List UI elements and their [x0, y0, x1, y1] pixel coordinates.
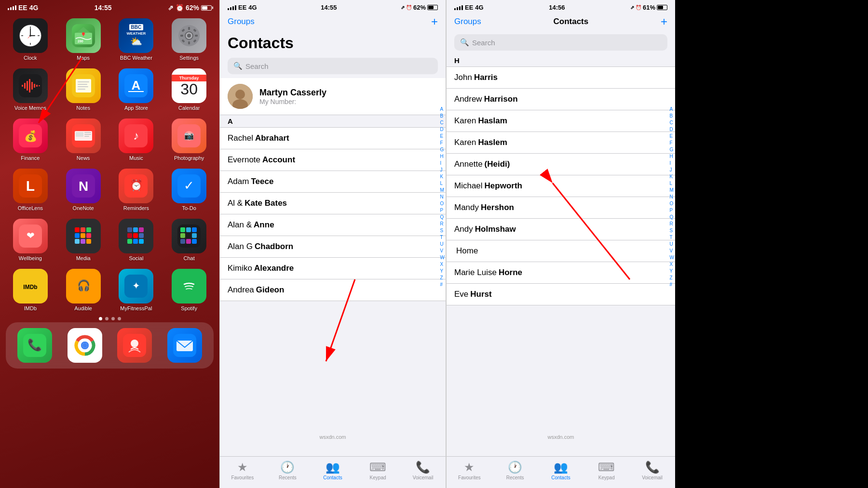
location-icon: ⇗ — [168, 4, 174, 12]
my-contact-row[interactable]: Martyn Casserly My Number: — [220, 78, 446, 115]
contact-hepworth[interactable]: Michael Hepworth — [447, 175, 675, 197]
app-clock[interactable]: Clock — [8, 18, 53, 61]
contact-haslem[interactable]: Karen Haslem — [447, 132, 675, 154]
alphabet-index-p3[interactable]: A B C D E F G H I J K L M N O P Q R S T … — [670, 106, 674, 288]
search-bar-p2[interactable]: 🔍 Search — [228, 58, 438, 74]
groups-link[interactable]: Groups — [228, 17, 255, 26]
finance-label: Finance — [21, 155, 40, 161]
add-contact-button-p3[interactable]: + — [661, 15, 667, 28]
app-todo[interactable]: ✓ To-Do — [166, 169, 212, 211]
svg-rect-96 — [192, 239, 197, 244]
tab-recents-p2[interactable]: 🕐 Recents — [273, 461, 302, 480]
tab-favourites-p2[interactable]: ★ Favourites — [228, 461, 257, 480]
svg-rect-87 — [139, 239, 144, 244]
dock-chrome[interactable] — [64, 328, 106, 363]
tab-recents-p3[interactable]: 🕐 Recents — [501, 461, 529, 480]
dock-phone[interactable]: 📞 — [14, 328, 56, 363]
section-header-a: A — [220, 115, 446, 128]
watermark-p2: wsxdn.com — [319, 434, 346, 440]
app-bbc-weather[interactable]: BBC WEATHER ⛅ BBC Weather — [114, 18, 159, 61]
tab-keypad-p2[interactable]: ⌨ Keypad — [364, 461, 393, 480]
svg-text:⏰: ⏰ — [130, 179, 143, 192]
app-audible[interactable]: 🎧 Audible — [61, 269, 106, 311]
app-music[interactable]: ♪ Music — [114, 119, 159, 161]
maps-label: Maps — [77, 55, 90, 61]
svg-text:IMDb: IMDb — [23, 284, 37, 290]
search-bar-p3[interactable]: 🔍 Search — [454, 34, 667, 51]
add-contact-button[interactable]: + — [431, 15, 438, 28]
media-icon — [66, 219, 101, 253]
music-label: Music — [129, 155, 143, 161]
bbc-weather-icon: BBC WEATHER ⛅ — [119, 18, 153, 53]
app-finance[interactable]: 💰 Finance — [8, 119, 53, 161]
battery-icon-p2 — [427, 5, 438, 10]
groups-link-p3[interactable]: Groups — [454, 17, 481, 26]
tab-contacts-p2[interactable]: 👥 Contacts — [318, 461, 347, 480]
app-officelens[interactable]: L OfficeLens — [8, 169, 53, 211]
app-settings[interactable]: Settings — [166, 18, 212, 61]
phone2-contacts: EE 4G 14:55 ⇗ ⏰ 62% Groups + Contacts 🔍 … — [219, 0, 446, 488]
contact-account[interactable]: Evernote Account — [220, 149, 446, 171]
contact-hurst[interactable]: Eve Hurst — [447, 284, 675, 305]
app-chat[interactable]: Chat — [166, 219, 212, 261]
contact-abrahart[interactable]: Rachel Abrahart — [220, 128, 446, 149]
tab-contacts-p3[interactable]: 👥 Contacts — [546, 461, 575, 480]
app-spotify[interactable]: Spotify — [166, 269, 212, 311]
contact-alan-anne[interactable]: Alan & Anne — [220, 214, 446, 236]
svg-rect-28 — [24, 83, 26, 89]
app-photography[interactable]: 📷 Photography — [166, 119, 212, 161]
app-news[interactable]: News — [61, 119, 106, 161]
contact-alexandre[interactable]: Kimiko Alexandre — [220, 258, 446, 279]
app-media[interactable]: Media — [61, 219, 106, 261]
app-reminders[interactable]: ⏰ Reminders — [114, 169, 159, 211]
contact-haslam[interactable]: Karen Haslam — [447, 110, 675, 132]
finance-icon: 💰 — [13, 119, 48, 153]
tab-bar-p2: ★ Favourites 🕐 Recents 👥 Contacts ⌨ Keyp… — [220, 456, 446, 488]
app-maps[interactable]: 280 Maps — [61, 18, 106, 61]
tab-bar-p3: ★ Favourites 🕐 Recents 👥 Contacts ⌨ Keyp… — [447, 456, 675, 488]
contact-last: Abrahart — [255, 133, 289, 143]
app-wellbeing[interactable]: ❤ Wellbeing — [8, 219, 53, 261]
dock-castaway[interactable] — [114, 328, 156, 363]
tab-favourites-p3[interactable]: ★ Favourites — [455, 461, 484, 480]
sb2 — [230, 7, 231, 10]
app-notes[interactable]: Notes — [61, 68, 106, 111]
contact-gideon[interactable]: Andrea Gideon — [220, 279, 446, 301]
battery-p3: 61% — [643, 4, 655, 11]
keypad-icon-p2: ⌨ — [369, 461, 386, 474]
dock-mail[interactable] — [163, 328, 206, 363]
contact-harrison[interactable]: Andrew Harrison — [447, 89, 675, 110]
reminders-icon: ⏰ — [119, 169, 153, 203]
tab-voicemail-p2[interactable]: 📞 Voicemail — [408, 461, 437, 480]
tab-keypad-p3[interactable]: ⌨ Keypad — [592, 461, 621, 480]
status-bar-phone2: EE 4G 14:55 ⇗ ⏰ 62% — [220, 0, 446, 13]
app-imdb[interactable]: IMDb IMDb — [8, 269, 53, 311]
status-right-p2: ⇗ ⏰ 62% — [401, 4, 438, 11]
app-social[interactable]: Social — [114, 219, 159, 261]
time-p2: 14:55 — [321, 4, 337, 11]
contact-chadborn[interactable]: Alan G Chadborn — [220, 236, 446, 258]
contact-heidi[interactable]: Annette (Heidi) — [447, 154, 675, 175]
tab-voicemail-label-p2: Voicemail — [413, 475, 434, 480]
contact-last: Chadborn — [255, 242, 293, 251]
contact-hershon[interactable]: Mandy Hershon — [447, 197, 675, 219]
svg-rect-32 — [34, 84, 35, 88]
contact-home[interactable]: Home — [447, 240, 675, 262]
svg-rect-80 — [133, 227, 138, 232]
app-voice-memos[interactable]: Voice Memos — [8, 68, 53, 111]
tab-voicemail-p3[interactable]: 📞 Voicemail — [638, 461, 667, 480]
svg-rect-51 — [84, 136, 89, 137]
contact-horne[interactable]: Marie Luise Horne — [447, 262, 675, 284]
app-app-store[interactable]: A App Store — [114, 68, 159, 111]
svg-text:♪: ♪ — [133, 129, 139, 142]
app-onenote[interactable]: N OneNote — [61, 169, 106, 211]
app-calendar[interactable]: Thursday 30 Calendar — [166, 68, 212, 111]
battery-icon — [201, 5, 212, 11]
alphabet-index-p2[interactable]: A B C D E F G H I J K L M N O P Q R S T … — [440, 106, 445, 288]
app-myfitnesspal[interactable]: ✦ MyFitnessPal — [114, 269, 159, 311]
contact-teece[interactable]: Adam Teece — [220, 171, 446, 193]
recents-icon-p2: 🕐 — [280, 461, 295, 474]
contact-harris[interactable]: John Harris — [447, 67, 675, 89]
contact-bates[interactable]: Al & Kate Bates — [220, 193, 446, 214]
contact-holmshaw[interactable]: Andy Holmshaw — [447, 219, 675, 240]
